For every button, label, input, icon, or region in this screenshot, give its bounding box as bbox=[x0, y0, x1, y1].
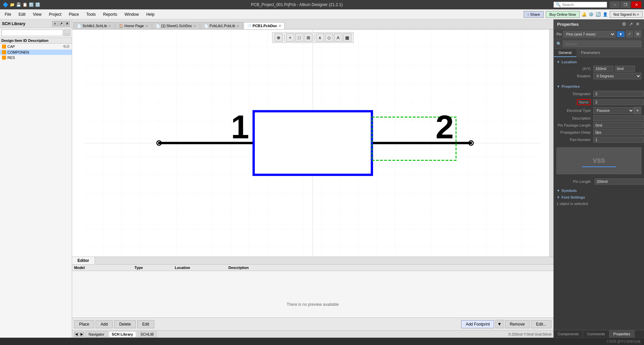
designator-input[interactable] bbox=[593, 91, 644, 97]
main-area: SCH Library ≡ ↗ ✕ … Design Item ID Descr… bbox=[0, 19, 644, 338]
propagation-delay-input[interactable] bbox=[593, 129, 644, 135]
lib-item-cap-text: CAP bbox=[7, 45, 63, 49]
restore-button[interactable]: ❐ bbox=[621, 1, 631, 8]
tool-text[interactable]: A bbox=[334, 33, 342, 42]
menu-tools[interactable]: Tools bbox=[83, 11, 99, 18]
right-bottom-tab-components[interactable]: Components bbox=[554, 330, 583, 338]
menu-reports[interactable]: Reports bbox=[100, 11, 120, 18]
y-value-input[interactable] bbox=[615, 66, 635, 72]
symbols-collapse-icon[interactable]: ▼ bbox=[556, 189, 560, 193]
font-settings-collapse-icon[interactable]: ▼ bbox=[556, 195, 560, 199]
global-search-input[interactable] bbox=[562, 3, 596, 7]
electrical-type-expand-btn[interactable]: ▼ bbox=[634, 107, 641, 114]
add-button[interactable]: Add bbox=[96, 320, 113, 328]
tool-table[interactable]: ▦ bbox=[343, 33, 351, 42]
menu-window[interactable]: Window bbox=[121, 11, 142, 18]
tool-filter[interactable]: ⊕ bbox=[274, 33, 282, 42]
tool-grid[interactable]: ⊞ bbox=[304, 33, 312, 42]
left-panel-search-input[interactable] bbox=[1, 29, 63, 36]
tab-pcblib1[interactable]: 📄 PcbLib1.PcbLib ✕ bbox=[201, 22, 243, 29]
tab-schlib1-close[interactable]: ✕ bbox=[108, 24, 111, 28]
pin-action-btn2[interactable]: ⊞ bbox=[634, 30, 641, 38]
add-footprint-dropdown-button[interactable]: ▼ bbox=[495, 320, 503, 328]
buy-online-button[interactable]: Buy Online Now bbox=[546, 11, 580, 18]
tool-add[interactable]: + bbox=[286, 33, 294, 42]
lib-item-res[interactable]: RES bbox=[0, 55, 72, 60]
lib-item-component[interactable]: COMPONEN bbox=[0, 50, 72, 55]
tab-sheet1[interactable]: 📄 [1] Sheet1.SchDoc ✕ bbox=[152, 22, 200, 29]
edit2-button[interactable]: Edit... bbox=[531, 320, 551, 328]
filter-active-btn[interactable]: ▼ bbox=[617, 31, 625, 37]
properties-collapse-icon[interactable]: ▼ bbox=[556, 84, 560, 88]
description-input[interactable] bbox=[593, 115, 644, 121]
location-collapse-icon[interactable]: ▼ bbox=[556, 60, 560, 64]
tab-homepage[interactable]: 🏠 Home Page ✕ bbox=[115, 22, 152, 29]
right-bottom-tabs: Components Comments Properties bbox=[554, 330, 644, 338]
nav-next-btn[interactable]: ▶ bbox=[79, 332, 84, 337]
tab-sheet1-close[interactable]: ✕ bbox=[194, 24, 196, 28]
pin-package-length-input[interactable] bbox=[593, 122, 644, 128]
minimize-button[interactable]: − bbox=[610, 1, 620, 8]
delete-button[interactable]: Delete bbox=[114, 320, 136, 328]
tab-homepage-close[interactable]: ✕ bbox=[145, 24, 148, 28]
left-panel-close-btn[interactable]: ✕ bbox=[64, 21, 70, 26]
no-preview-text: There is no preview available bbox=[287, 302, 339, 307]
lib-item-cap[interactable]: CAP 电容 bbox=[0, 44, 72, 50]
right-bottom-tab-comments[interactable]: Comments bbox=[583, 330, 609, 338]
menu-file[interactable]: File bbox=[1, 11, 14, 18]
pin-action-btn1[interactable]: ⤢ bbox=[626, 30, 633, 38]
menu-edit[interactable]: Edit bbox=[15, 11, 29, 18]
prop-tab-parameters[interactable]: Parameters bbox=[576, 49, 605, 57]
bottom-status-bar: CSDN @平行的时光线 bbox=[0, 338, 644, 345]
menu-project[interactable]: Project bbox=[46, 11, 65, 18]
tab-pcb1[interactable]: 📄 PCB1.PcbDoc ✕ bbox=[244, 22, 285, 29]
right-panel-float-btn[interactable]: ↗ bbox=[628, 21, 634, 27]
editor-tab-editor[interactable]: Editor bbox=[72, 257, 95, 264]
pin-length-input[interactable] bbox=[595, 179, 644, 185]
edit-button[interactable]: Edit bbox=[137, 320, 154, 328]
schematic-canvas[interactable]: ⊕ + □ ⊞ ∧ ◇ A ▦ bbox=[72, 29, 553, 257]
x-value-input[interactable] bbox=[593, 66, 613, 72]
menu-help[interactable]: Help bbox=[143, 11, 158, 18]
right-panel-settings-btn[interactable]: ⚙ bbox=[621, 21, 627, 27]
menu-view[interactable]: View bbox=[30, 11, 45, 18]
rotation-select[interactable]: 0 Degrees bbox=[593, 73, 641, 79]
name-input[interactable] bbox=[593, 99, 644, 105]
window-title: PCB_Project_001.PrjPcb - Altium Designer… bbox=[40, 2, 553, 7]
menu-place[interactable]: Place bbox=[65, 11, 82, 18]
part-number-input[interactable] bbox=[593, 137, 644, 143]
editor-tab-bar: Editor bbox=[72, 257, 553, 265]
left-panel-float-btn[interactable]: ↗ bbox=[58, 21, 64, 26]
lib-item-cap-desc: 电容 bbox=[63, 44, 70, 49]
right-panel-close-btn[interactable]: ✕ bbox=[635, 21, 641, 27]
nav-prev-btn[interactable]: ◀ bbox=[74, 332, 79, 337]
nav-tab-sch-library[interactable]: SCH Library bbox=[109, 331, 136, 337]
tab-schlib1[interactable]: 📄 Schlib1.SchLib ✕ bbox=[73, 22, 115, 29]
left-panel-search-more-btn[interactable]: … bbox=[64, 29, 70, 36]
canvas-vertical-scrollbar[interactable] bbox=[549, 29, 553, 257]
lib-item-component-text: COMPONEN bbox=[7, 50, 70, 54]
close-button[interactable]: ✕ bbox=[631, 1, 641, 8]
prop-tab-general[interactable]: General bbox=[554, 49, 576, 57]
tool-diamond[interactable]: ◇ bbox=[325, 33, 333, 42]
right-bottom-tab-properties[interactable]: Properties bbox=[609, 330, 635, 338]
tab-pcblib1-close[interactable]: ✕ bbox=[236, 24, 239, 28]
prop-search-row: 🔍 bbox=[554, 39, 644, 49]
tool-shape[interactable]: ∧ bbox=[316, 33, 324, 42]
tab-pcb1-icon: 📄 bbox=[247, 24, 251, 28]
global-search-bar[interactable]: 🔍 bbox=[553, 2, 607, 8]
share-button[interactable]: ↑ Share bbox=[524, 11, 544, 18]
pins-select[interactable]: Pins (and 7 more) bbox=[563, 31, 615, 38]
left-panel-menu-btn[interactable]: ≡ bbox=[52, 21, 58, 26]
add-footprint-button[interactable]: Add Footprint bbox=[461, 320, 494, 328]
remove-button[interactable]: Remove bbox=[505, 320, 530, 328]
tab-pcb1-close[interactable]: ✕ bbox=[278, 24, 281, 28]
electrical-type-select[interactable]: Passive bbox=[593, 107, 634, 114]
nav-tab-navigator[interactable]: Navigator bbox=[86, 331, 107, 337]
tool-rect[interactable]: □ bbox=[295, 33, 303, 42]
signin-button[interactable]: Not Signed In > bbox=[610, 11, 643, 18]
prop-search-input[interactable] bbox=[563, 41, 641, 47]
properties-subsection-label: Properties bbox=[561, 84, 580, 88]
place-button[interactable]: Place bbox=[74, 320, 94, 328]
nav-tab-schlib[interactable]: SCHLIB bbox=[138, 331, 157, 337]
